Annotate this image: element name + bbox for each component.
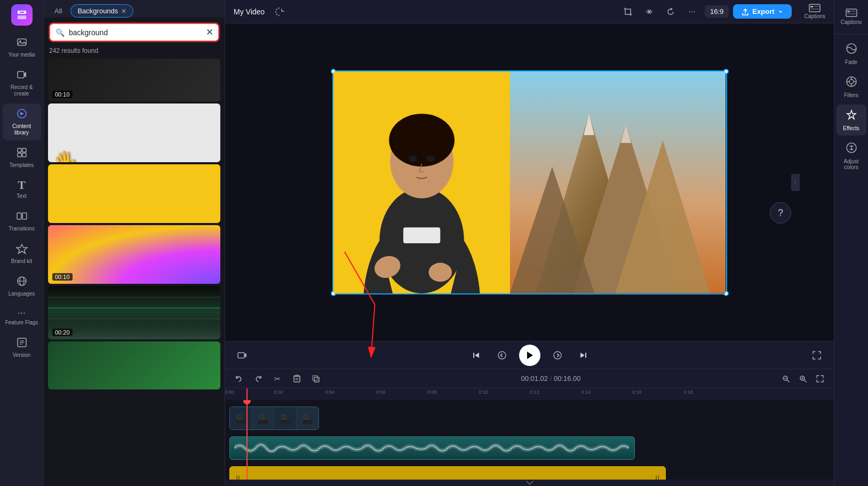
forward-button[interactable]: 5 [549, 347, 566, 364]
svg-point-25 [426, 155, 435, 162]
captions-right-label: Captions [841, 19, 862, 25]
mountain-svg [510, 71, 726, 293]
right-panel-captions[interactable]: Captions [837, 4, 866, 29]
media-item-gradient[interactable]: 00:10 [48, 225, 220, 284]
bg-clip-pause-right: ⏸ [654, 474, 661, 480]
right-panel-fade[interactable]: Fade [837, 38, 866, 69]
crop-button[interactable] [619, 3, 636, 20]
sidebar-item-templates[interactable]: Templates [3, 142, 41, 173]
play-button[interactable] [519, 345, 540, 366]
gradient-bg-preview [48, 225, 220, 284]
export-label: Export [752, 7, 774, 15]
sidebar-label-transitions: Transitions [9, 226, 35, 232]
right-panel-effects[interactable]: Effects [837, 105, 866, 136]
svg-point-55 [237, 415, 241, 419]
svg-rect-9 [22, 213, 27, 219]
green-bg-preview [48, 341, 220, 389]
auto-save-icon[interactable] [271, 3, 288, 20]
undo-button[interactable] [232, 371, 246, 386]
svg-rect-42 [585, 353, 586, 358]
duplicate-button[interactable] [308, 371, 323, 386]
more-options-button[interactable]: ··· [683, 3, 700, 20]
ruler-mark-18: 0:18 [683, 389, 693, 395]
aspect-ratio-button[interactable]: 16:9 [705, 5, 729, 18]
sidebar-item-record-create[interactable]: Record & create [3, 65, 41, 101]
editor-main: My Video [225, 0, 834, 486]
playhead-handle[interactable] [243, 400, 251, 404]
redo-button[interactable] [251, 371, 266, 386]
search-clear-button[interactable]: ✕ [206, 27, 213, 37]
svg-text:5: 5 [501, 354, 503, 357]
topbar-actions: ··· 16:9 Export [619, 3, 791, 20]
skip-back-button[interactable] [468, 347, 485, 364]
svg-rect-64 [846, 9, 857, 17]
time-separator: / [550, 375, 554, 383]
collapse-right-panel[interactable]: ‹ [791, 174, 800, 191]
content-panel: All Backgrounds ✕ 🔍 ✕ 242 results found … [44, 0, 225, 486]
media-item-dark[interactable]: 00:10 [48, 59, 220, 101]
tab-backgrounds[interactable]: Backgrounds ✕ [70, 4, 133, 18]
sidebar-item-text[interactable]: T Text [3, 175, 41, 204]
media-grid: 00:10 🖐 00:10 00:20 [44, 59, 225, 486]
sidebar-item-version[interactable]: Version [3, 332, 41, 363]
sidebar-item-transitions[interactable]: Transitions [3, 206, 41, 236]
version-icon [16, 337, 28, 350]
svg-rect-7 [22, 153, 26, 157]
video-right-panel [510, 71, 726, 293]
sidebar-label-text: Text [17, 193, 26, 200]
sidebar-item-content-library[interactable]: Content library [3, 103, 41, 140]
timeline-expand-arrow[interactable] [225, 480, 834, 486]
cut-button[interactable]: ✂ [270, 371, 285, 386]
playhead[interactable] [246, 400, 248, 480]
help-button[interactable]: ? [770, 202, 791, 224]
search-input[interactable] [69, 28, 202, 37]
results-count: 242 results found [44, 45, 225, 59]
media-item-white[interactable]: 🖐 [48, 103, 220, 162]
tab-all[interactable]: All [48, 5, 68, 17]
video-canvas[interactable] [332, 70, 727, 294]
sidebar-item-your-media[interactable]: Your media [3, 32, 41, 62]
duration-dark: 00:10 [52, 91, 73, 98]
flip-button[interactable] [641, 3, 658, 20]
ruler-mark-10: 0:10 [479, 389, 488, 395]
sidebar-item-feature-flags[interactable]: ··· Feature Flags [3, 304, 41, 330]
video-clip[interactable] [229, 407, 319, 430]
right-panel-filters[interactable]: Filters [837, 71, 866, 102]
export-button[interactable]: Export [733, 4, 791, 19]
svg-rect-36 [238, 353, 244, 358]
skip-forward-button[interactable] [575, 347, 592, 364]
svg-rect-56 [236, 420, 245, 424]
rotate-button[interactable] [662, 3, 679, 20]
sidebar-label-record: Record & create [5, 84, 39, 97]
playback-left-icons [234, 347, 251, 364]
zoom-in-button[interactable] [795, 371, 810, 386]
camera-icon-btn[interactable] [234, 347, 251, 364]
svg-line-52 [804, 380, 806, 382]
sidebar-label-feature-flags: Feature Flags [5, 320, 38, 326]
media-item-glitch[interactable]: 00:20 [48, 286, 220, 339]
svg-text:5: 5 [556, 354, 558, 357]
timeline-time-display: 00:01.02 / 00:16.00 [328, 375, 774, 383]
right-panel-adjust-colors[interactable]: Adjust colors [837, 138, 866, 174]
ruler-mark-4: 0:04 [325, 389, 335, 395]
media-item-green[interactable] [48, 341, 220, 389]
duration-gradient: 00:10 [52, 273, 73, 281]
svg-point-27 [428, 262, 452, 282]
delete-button[interactable] [289, 371, 304, 386]
tab-close-icon[interactable]: ✕ [121, 7, 126, 15]
zoom-out-button[interactable] [778, 371, 793, 386]
rewind-button[interactable]: 5 [493, 347, 511, 364]
sidebar-item-brand[interactable]: Brand kit [3, 238, 41, 269]
svg-rect-5 [22, 148, 26, 152]
audio-clip[interactable] [229, 436, 635, 460]
ruler-mark-2: 0:02 [274, 389, 283, 395]
media-item-yellow[interactable] [48, 164, 220, 223]
timeline-area: ✂ 00:01.02 / 00:16.00 [225, 369, 834, 486]
sidebar-item-languages[interactable]: Languages [3, 271, 41, 301]
fit-timeline-button[interactable] [813, 371, 827, 386]
captions-button[interactable]: Captions [805, 4, 825, 19]
bg-clip[interactable]: ⏸ ⏸ [229, 466, 666, 480]
fullscreen-button[interactable] [808, 347, 825, 364]
svg-rect-60 [280, 420, 290, 424]
total-time: 00:16.00 [554, 375, 581, 383]
